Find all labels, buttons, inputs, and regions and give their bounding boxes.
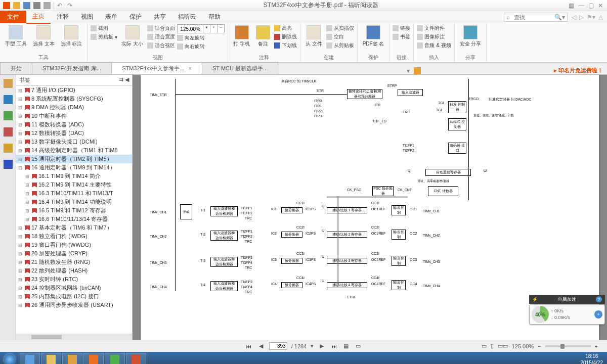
menu-view[interactable]: 视图 — [75, 11, 99, 23]
taskbar-foxit-icon[interactable] — [83, 353, 104, 364]
bookmark-button[interactable]: 书签 — [393, 33, 410, 41]
bookmark-item[interactable]: ⊞18 独立看门狗 (IWDG) — [16, 232, 132, 241]
open-icon[interactable] — [13, 2, 20, 9]
bookmark-item[interactable]: ⊞16.6 TIM10/11/13/14 寄存器 — [16, 215, 132, 223]
menu-cloud[interactable]: 福昕云 — [172, 11, 202, 23]
bookmark-item[interactable]: ⊞11 模数转换器 (ADC) — [16, 120, 132, 129]
from-file-button[interactable]: 从 文件 — [304, 24, 324, 50]
clipboard-button[interactable]: 剪贴板▾ — [91, 33, 117, 41]
select-text-button[interactable]: 选择 文本 — [31, 24, 57, 49]
first-page-button[interactable]: ⏮ — [245, 343, 253, 349]
collapse-ribbon-icon[interactable]: △ — [598, 14, 603, 21]
bookmark-item[interactable]: ⊞22 散列处理器 (HASH) — [16, 266, 132, 275]
lock-icon[interactable] — [4, 144, 13, 153]
taskbar-explorer-icon[interactable] — [41, 353, 61, 364]
print-icon[interactable] — [33, 2, 40, 9]
net-speed-widget[interactable]: 40% ↑ 0K/s ↓ 0.09K/s + — [529, 304, 605, 325]
tab-dropdown-icon[interactable]: ▾ — [405, 67, 412, 74]
bookmark-item[interactable]: ⊞25 内部集成电路 (I2C) 接口 — [16, 292, 132, 301]
from-scanner-button[interactable]: 从扫描仪 — [326, 24, 354, 32]
bookmark-item[interactable]: ⊞15 通用定时器（TIM2 到 TIM5） — [16, 155, 132, 163]
page-icon[interactable] — [4, 79, 13, 88]
menu-comment[interactable]: 注释 — [51, 11, 75, 23]
actual-size-button[interactable]: 实际 大小 — [119, 24, 145, 51]
bookmark-item[interactable]: ⊞16.1 TIM9 到 TIM14 简介 — [16, 172, 132, 180]
signature-icon[interactable] — [4, 160, 13, 169]
bookmark-item[interactable]: ⊞17 基本定时器（TIM6 和 TIM7） — [16, 223, 132, 232]
redo-icon[interactable]: ↷ — [67, 2, 74, 9]
start-button[interactable] — [0, 352, 19, 364]
menu-home[interactable]: 主页 — [26, 10, 51, 24]
bm-options-icon[interactable]: ⇉ — [119, 76, 123, 82]
typewriter-button[interactable]: 打 字机 — [231, 24, 252, 50]
fit-visible-button[interactable]: 适合视区 — [147, 41, 175, 50]
menu-share[interactable]: 共享 — [148, 11, 172, 23]
view-facing-icon[interactable]: ▭▭ — [498, 343, 508, 349]
bookmark-item[interactable]: ⊞16.3 TIM10/TIM11 和 TIM13/T — [16, 189, 132, 198]
file-attach-button[interactable]: 文件附件 — [417, 24, 451, 32]
bookmark-item[interactable]: ⊞23 实时时钟 (RTC) — [16, 275, 132, 284]
net-add-icon[interactable]: + — [594, 310, 602, 318]
save-icon[interactable] — [23, 2, 30, 9]
rotate-left-button[interactable]: 向左旋转 — [177, 34, 225, 42]
taskbar-qq-icon[interactable] — [105, 353, 125, 364]
promo-link[interactable]: 印名片免运费啦！ — [550, 67, 607, 74]
page-input[interactable] — [269, 342, 287, 350]
bookmark-item[interactable]: ⊞19 窗口看门狗 (WWDG) — [16, 241, 132, 249]
tab-start[interactable]: 开始 — [0, 62, 32, 74]
view-continuous-icon[interactable]: ▯ — [491, 343, 494, 349]
flag-icon[interactable]: ⚑▾ — [587, 14, 595, 21]
close-icon[interactable]: ✕ — [598, 2, 603, 9]
tab-refmanual[interactable]: STM32F4xx中文参考手...× — [111, 62, 202, 74]
search-box[interactable]: ⌕ 🔍▾ — [504, 13, 568, 22]
strikeout-button[interactable]: 删除线 — [274, 33, 297, 41]
layers-icon[interactable] — [4, 111, 13, 120]
bookmark-item[interactable]: ⊞13 数字摄像头接口 (DCMI) — [16, 138, 132, 146]
hand-tool-button[interactable]: 手型 工具 — [3, 24, 29, 49]
audio-video-button[interactable]: 音频 & 视频 — [417, 41, 451, 50]
pdf-sign-button[interactable]: PDF签 名 — [361, 24, 386, 49]
bookmark-item[interactable]: ⊞16.2 TIM9 到 TIM14 主要特性 — [16, 180, 132, 189]
screenshot-button[interactable]: 截图 — [91, 24, 117, 32]
system-tray[interactable]: 18:16 2015/4/22 — [577, 353, 608, 364]
bookmark-item[interactable]: ⊞12 数模转换器 (DAC) — [16, 129, 132, 138]
image-anno-button[interactable]: 图像标注 — [417, 33, 451, 41]
page-dropdown-icon[interactable]: ▾ — [311, 343, 314, 349]
bookmark-item[interactable]: ⊞26 通用同步异步收发器 (USART) — [16, 301, 132, 309]
bookmark-item[interactable]: ⊞20 加密处理器 (CRYP) — [16, 249, 132, 258]
zoom-combo[interactable]: ▾+− — [177, 24, 225, 33]
rotate-right-button[interactable]: 向右旋转 — [177, 42, 225, 51]
single-icon[interactable]: ▭ — [354, 343, 362, 349]
bookmarks-tree[interactable]: ⊞7 通用 I/O (GPIO)⊞8 系统配置控制器 (SYSCFG)⊞9 DM… — [16, 86, 132, 334]
underline-button[interactable]: 下划线 — [274, 41, 297, 50]
nav-back-icon[interactable]: ◁ — [572, 14, 576, 21]
tab-guide[interactable]: STM32F4开发指南-库... — [32, 62, 112, 74]
taskbar-ie-icon[interactable] — [20, 353, 40, 364]
minimize-icon[interactable]: — — [578, 2, 584, 9]
menu-protect[interactable]: 保护 — [123, 11, 148, 23]
maximize-icon[interactable]: ▢ — [588, 2, 594, 9]
last-page-button[interactable]: ⏭ — [330, 343, 338, 349]
continuous-icon[interactable]: ▦ — [342, 343, 350, 349]
bookmarks-hscrollbar[interactable] — [16, 334, 132, 340]
note-button[interactable]: 备注 — [254, 24, 272, 50]
bookmark-item[interactable]: ⊞7 通用 I/O (GPIO) — [16, 86, 132, 95]
bookmark-item[interactable]: ⊞24 控制器区域网络 (bxCAN) — [16, 284, 132, 292]
bookmark-item[interactable]: ⊞16.4 TIM9 到 TIM14 功能说明 — [16, 198, 132, 206]
search-input[interactable] — [512, 14, 552, 20]
zoom-in-footer-icon[interactable]: + — [595, 343, 598, 349]
bookmark-item[interactable]: ⊟16 通用定时器（TIM9 到 TIM14） — [16, 163, 132, 172]
zoom-out-footer-icon[interactable]: − — [538, 343, 541, 349]
zoom-slider[interactable] — [545, 345, 591, 347]
menu-form[interactable]: 表单 — [99, 11, 123, 23]
undo-icon[interactable]: ↶ — [57, 2, 64, 9]
taskbar-ppt-icon[interactable] — [126, 353, 146, 364]
prev-page-button[interactable]: ◀ — [257, 343, 265, 349]
bookmark-item[interactable]: ⊞14 高级控制定时器（TIM1 和 TIM8 — [16, 146, 132, 155]
email-icon[interactable] — [44, 2, 51, 9]
menu-help[interactable]: 帮助 — [202, 11, 227, 23]
next-page-button[interactable]: ▶ — [318, 343, 326, 349]
search-dropdown-icon[interactable]: 🔍▾ — [552, 14, 567, 21]
file-menu[interactable]: 文件 — [0, 11, 26, 23]
bm-close-icon[interactable]: ◀ — [125, 76, 129, 82]
